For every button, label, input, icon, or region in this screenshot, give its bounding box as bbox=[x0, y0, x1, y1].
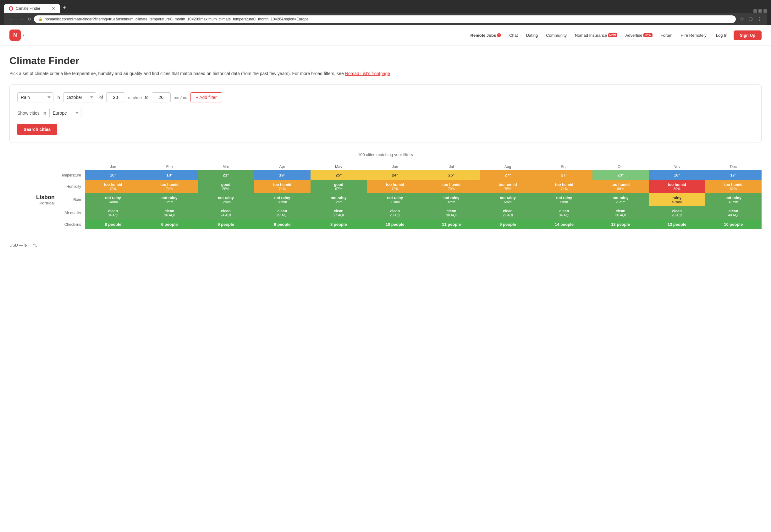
nav-label-chat: Chat bbox=[509, 33, 518, 38]
logo[interactable]: N ▾ bbox=[9, 30, 24, 41]
main-nav: Remote Jobs 1 Chat Dating Community Noma… bbox=[467, 30, 762, 40]
address-bar[interactable]: 🔒 nomadlist.com/climate-finder?filtering… bbox=[34, 15, 736, 23]
browser-chrome: Climate Finder ✕ + ─ □ ✕ ← → ↻ 🔒 nomadli… bbox=[0, 0, 771, 25]
table-row: Rainnot rainy14mmnot rainy8mmnot rainy12… bbox=[9, 193, 762, 206]
maximize-button[interactable]: □ bbox=[758, 9, 762, 13]
month-header-nov: Nov bbox=[649, 163, 705, 170]
city-name: Lisbon bbox=[9, 194, 55, 201]
refresh-button[interactable]: ↻ bbox=[28, 17, 31, 22]
tab-close-button[interactable]: ✕ bbox=[52, 6, 55, 11]
of-label: of bbox=[99, 95, 103, 100]
data-cell: not rainy38mm bbox=[254, 193, 310, 206]
nav-item-community[interactable]: Community bbox=[543, 31, 570, 40]
data-cell: clean28 AQI bbox=[649, 206, 705, 220]
currency-selector[interactable]: USD — $ bbox=[9, 243, 27, 247]
month-header-mar: Mar bbox=[198, 163, 254, 170]
month-header-jan: Jan bbox=[85, 163, 141, 170]
nomad-insurance-new-badge: NEW bbox=[608, 33, 617, 37]
data-cell: 13 people bbox=[649, 220, 705, 229]
data-cell: clean23 AQI bbox=[367, 206, 423, 220]
data-cell: 24° bbox=[367, 170, 423, 180]
month-header-oct: Oct bbox=[593, 163, 649, 170]
climate-table-body: LisbonPortugalTemperature16°18°21°19°25°… bbox=[9, 170, 762, 229]
data-cell: not rainy3mm bbox=[311, 193, 367, 206]
extensions-icon[interactable]: ⬡ bbox=[747, 15, 754, 23]
forward-button[interactable]: → bbox=[18, 15, 25, 23]
add-filter-button[interactable]: + Add filter bbox=[190, 92, 222, 102]
region-select[interactable]: Europe Worldwide Asia Americas Africa Oc… bbox=[49, 108, 81, 118]
data-cell: 9 people bbox=[198, 220, 254, 229]
table-row: Air qualityclean34 AQIclean36 AQIclean24… bbox=[9, 206, 762, 220]
climate-table-container: Jan Feb Mar Apr May Jun Jul Aug Sep Oct … bbox=[9, 163, 762, 229]
filter-type-select[interactable]: Rain Temperature Humidity Air Quality bbox=[17, 92, 53, 102]
month-select[interactable]: October January February March April May… bbox=[63, 92, 96, 102]
search-cities-button[interactable]: Search cities bbox=[17, 124, 57, 135]
data-cell: not rainy4mm bbox=[423, 193, 479, 206]
nav-item-advertise[interactable]: Advertise NEW bbox=[622, 31, 656, 40]
unit1-label: mm/mo bbox=[128, 95, 142, 100]
in-label2: in bbox=[43, 111, 46, 116]
menu-icon[interactable]: ⋮ bbox=[756, 15, 763, 23]
data-cell: not rainy12mm bbox=[198, 193, 254, 206]
advertise-new-badge: NEW bbox=[644, 33, 653, 37]
close-window-button[interactable]: ✕ bbox=[763, 9, 767, 13]
max-value-input[interactable] bbox=[152, 92, 171, 102]
page-description: Pick a set of climate criteria like temp… bbox=[9, 70, 762, 77]
climate-table: Jan Feb Mar Apr May Jun Jul Aug Sep Oct … bbox=[9, 163, 762, 229]
signup-button[interactable]: Sign Up bbox=[734, 30, 762, 40]
lock-icon: 🔒 bbox=[38, 17, 43, 21]
data-cell: too humid74% bbox=[254, 180, 310, 193]
in-label: in bbox=[57, 95, 60, 100]
month-header-jun: Jun bbox=[367, 163, 423, 170]
nav-item-nomad-insurance[interactable]: Nomad Insurance NEW bbox=[572, 31, 621, 40]
nav-item-remote-jobs[interactable]: Remote Jobs 1 bbox=[467, 31, 504, 40]
nav-item-chat[interactable]: Chat bbox=[506, 31, 521, 40]
browser-toolbar: ← → ↻ 🔒 nomadlist.com/climate-finder?fil… bbox=[4, 13, 767, 25]
table-header-row: Jan Feb Mar Apr May Jun Jul Aug Sep Oct … bbox=[9, 163, 762, 170]
data-cell: not rainy8mm bbox=[141, 193, 198, 206]
data-cell: 13 people bbox=[593, 220, 649, 229]
data-cell: 21° bbox=[198, 170, 254, 180]
data-cell: 9 people bbox=[480, 220, 536, 229]
row-label-header bbox=[60, 163, 85, 170]
filter-box: Rain Temperature Humidity Air Quality in… bbox=[9, 84, 762, 143]
row-label: Check-ins bbox=[60, 220, 85, 229]
window-controls: ─ □ ✕ bbox=[753, 9, 767, 13]
data-cell: 17° bbox=[705, 170, 762, 180]
data-cell: 18° bbox=[141, 170, 198, 180]
data-cell: too humid75% bbox=[480, 180, 536, 193]
back-button[interactable]: ← bbox=[8, 15, 15, 23]
city-name-cell[interactable]: LisbonPortugal bbox=[9, 170, 60, 229]
data-cell: 8 people bbox=[85, 220, 141, 229]
month-header-jul: Jul bbox=[423, 163, 479, 170]
minimize-button[interactable]: ─ bbox=[753, 9, 757, 13]
data-cell: 11 people bbox=[423, 220, 479, 229]
table-row: Check-ins8 people6 people9 people9 peopl… bbox=[9, 220, 762, 229]
nav-item-hire-remotely[interactable]: Hire Remotely bbox=[677, 31, 709, 40]
bookmark-icon[interactable]: ☆ bbox=[738, 15, 745, 23]
data-cell: good65% bbox=[198, 180, 254, 193]
url-text: nomadlist.com/climate-finder?filtering=t… bbox=[45, 17, 309, 21]
month-header-aug: Aug bbox=[480, 163, 536, 170]
min-value-input[interactable] bbox=[106, 92, 125, 102]
data-cell: 27° bbox=[480, 170, 536, 180]
nav-label-advertise: Advertise bbox=[626, 33, 643, 38]
nav-item-dating[interactable]: Dating bbox=[523, 31, 541, 40]
login-button[interactable]: Log In bbox=[712, 31, 732, 40]
data-cell: 18° bbox=[649, 170, 705, 180]
data-cell: not rainy11mm bbox=[367, 193, 423, 206]
row-label: Rain bbox=[60, 193, 85, 206]
data-cell: 23° bbox=[593, 170, 649, 180]
table-row: LisbonPortugalTemperature16°18°21°19°25°… bbox=[9, 170, 762, 180]
new-tab-button[interactable]: + bbox=[60, 3, 69, 13]
nomad-list-link[interactable]: Nomad List's frontpage bbox=[345, 71, 390, 76]
data-cell: clean30 AQI bbox=[593, 206, 649, 220]
browser-tab-active[interactable]: Climate Finder ✕ bbox=[4, 4, 60, 13]
data-cell: 6 people bbox=[141, 220, 198, 229]
temp-unit-selector[interactable]: °C bbox=[33, 243, 38, 247]
month-header-may: May bbox=[311, 163, 367, 170]
data-cell: too humid74% bbox=[141, 180, 198, 193]
data-cell: not rainy26mm bbox=[593, 193, 649, 206]
nav-item-forum[interactable]: Forum bbox=[658, 31, 676, 40]
logo-chevron-icon: ▾ bbox=[23, 33, 24, 37]
